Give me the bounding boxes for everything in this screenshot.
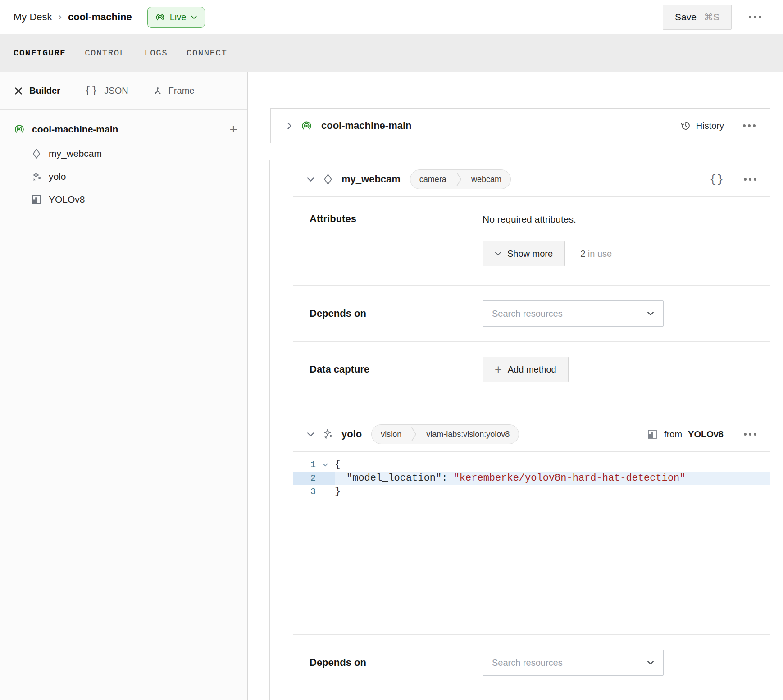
machine-part-card: cool-machine-main History (270, 108, 770, 143)
save-button[interactable]: Save ⌘S (663, 5, 732, 30)
depends-on-placeholder: Search resources (492, 658, 563, 668)
attributes-json-editor[interactable]: 1 { 2 "model_location": "keremberke/yol (293, 452, 770, 634)
json-key: "model_location" (346, 473, 442, 484)
yolo-menu-button[interactable] (743, 430, 757, 438)
webcam-menu-button[interactable] (743, 175, 757, 183)
edit-json-icon[interactable]: {} (710, 173, 724, 186)
breadcrumb-separator: › (59, 11, 62, 23)
braces-icon: {} (85, 85, 98, 96)
attributes-in-use-count: 2 in use (580, 249, 612, 259)
builder-tools-icon (14, 86, 23, 96)
module-icon (31, 194, 42, 205)
service-card-yolo: yolo vision viam-labs:vision:yolov8 (293, 417, 770, 691)
tree-item-label: my_webcam (49, 148, 102, 159)
live-label: Live (170, 12, 187, 23)
add-method-button[interactable]: + Add method (483, 357, 569, 382)
vision-service-sparkle-icon (31, 171, 42, 182)
builder-tab-label: Builder (29, 86, 60, 96)
data-capture-label: Data capture (310, 364, 483, 375)
chevron-down-icon[interactable] (307, 177, 314, 182)
json-colon: : (442, 473, 453, 484)
component-card-my-webcam: my_webcam camera webcam {} Attributes No… (293, 162, 770, 397)
tab-logs[interactable]: LOGS (144, 48, 168, 58)
tab-control[interactable]: CONTROL (85, 48, 125, 58)
viam-part-icon (300, 120, 313, 132)
attributes-section: Attributes No required attributes. Show … (293, 197, 770, 285)
depends-on-placeholder: Search resources (492, 309, 563, 319)
history-clock-icon (680, 120, 691, 131)
model-tag: webcam (462, 175, 510, 184)
chevron-down-icon (191, 15, 197, 19)
depends-on-label: Depends on (310, 657, 483, 668)
frame-tab-label: Frame (168, 86, 195, 96)
add-method-label: Add method (508, 364, 556, 375)
viam-live-icon (155, 12, 165, 23)
module-icon (646, 428, 658, 440)
tree-item-label: YOLOv8 (49, 194, 85, 205)
view-tab-frame[interactable]: Frame (153, 86, 195, 96)
code-line-1: 1 { (293, 458, 770, 472)
history-button[interactable]: History (680, 120, 724, 131)
part-card-title: cool-machine-main (321, 120, 411, 132)
viam-part-icon (14, 123, 25, 135)
nesting-guide-line (269, 160, 270, 700)
depends-on-select[interactable]: Search resources (483, 650, 664, 676)
attributes-label: Attributes (310, 213, 483, 266)
resource-tree: cool-machine-main + my_webcam (0, 110, 247, 205)
part-name-label: cool-machine-main (32, 124, 118, 135)
webcam-card-title: my_webcam (341, 173, 401, 185)
model-tag: viam-labs:vision:yolov8 (417, 430, 519, 439)
from-module-name: YOLOv8 (688, 429, 724, 440)
main-nav-tabs: CONFIGURE CONTROL LOGS CONNECT (0, 34, 783, 72)
view-tab-json[interactable]: {} JSON (85, 85, 128, 96)
from-module-link[interactable]: from YOLOv8 (646, 428, 724, 440)
code-text: } (335, 485, 770, 499)
depends-on-section: Depends on Search resources (293, 285, 770, 341)
code-text: "model_location": "keremberke/yolov8n-ha… (335, 472, 770, 485)
webcam-type-model-tag: camera webcam (410, 169, 511, 189)
show-more-button[interactable]: Show more (483, 241, 565, 266)
json-tab-label: JSON (104, 86, 128, 96)
config-main-panel: cool-machine-main History (248, 72, 783, 700)
tree-item-machine-part[interactable]: cool-machine-main + (14, 123, 237, 136)
code-line-3: 3 } (293, 485, 770, 499)
config-view-tabs: Builder {} JSON Frame (0, 72, 247, 110)
view-tab-builder[interactable]: Builder (14, 86, 60, 96)
yolo-type-model-tag: vision viam-labs:vision:yolov8 (371, 424, 519, 444)
show-more-label: Show more (507, 249, 553, 259)
vision-service-sparkle-icon (322, 428, 334, 440)
webcam-card-header: my_webcam camera webcam {} (293, 162, 770, 197)
yolo-card-title: yolo (341, 428, 362, 440)
frame-axis-icon (153, 86, 163, 96)
tree-item-label: yolo (49, 171, 66, 182)
config-sidebar: Builder {} JSON Frame (0, 72, 248, 700)
depends-on-label: Depends on (310, 308, 483, 319)
history-label: History (696, 121, 724, 131)
type-tag: camera (410, 175, 455, 184)
tree-item-yolov8-module[interactable]: YOLOv8 (14, 194, 237, 205)
yolo-card-header: yolo vision viam-labs:vision:yolov8 (293, 417, 770, 452)
tree-item-yolo[interactable]: yolo (14, 171, 237, 182)
save-shortcut-hint: ⌘S (704, 12, 719, 23)
tab-configure[interactable]: CONFIGURE (14, 48, 66, 58)
json-string-value: "keremberke/yolov8n-hard-hat-detection" (454, 473, 686, 484)
machine-menu-button[interactable] (748, 13, 762, 21)
breadcrumb: My Desk › cool-machine (14, 11, 132, 23)
camera-component-icon (31, 148, 42, 159)
chevron-down-icon[interactable] (307, 432, 314, 437)
breadcrumb-parent-link[interactable]: My Desk (14, 11, 52, 23)
save-label: Save (675, 12, 697, 23)
yolo-depends-on-section: Depends on Search resources (293, 634, 770, 691)
fold-chevron-icon[interactable] (316, 463, 335, 467)
plus-icon: + (495, 364, 502, 376)
add-resource-button[interactable]: + (229, 123, 237, 136)
live-status-dropdown[interactable]: Live (147, 7, 205, 28)
app-header: My Desk › cool-machine Live Save ⌘S (0, 0, 783, 34)
line-number: 3 (293, 485, 316, 499)
line-number: 2 (293, 472, 316, 485)
tree-item-my-webcam[interactable]: my_webcam (14, 148, 237, 159)
chevron-right-icon[interactable] (287, 122, 292, 130)
tab-connect[interactable]: CONNECT (187, 48, 227, 58)
part-menu-button[interactable] (742, 122, 756, 130)
depends-on-select[interactable]: Search resources (483, 300, 664, 327)
